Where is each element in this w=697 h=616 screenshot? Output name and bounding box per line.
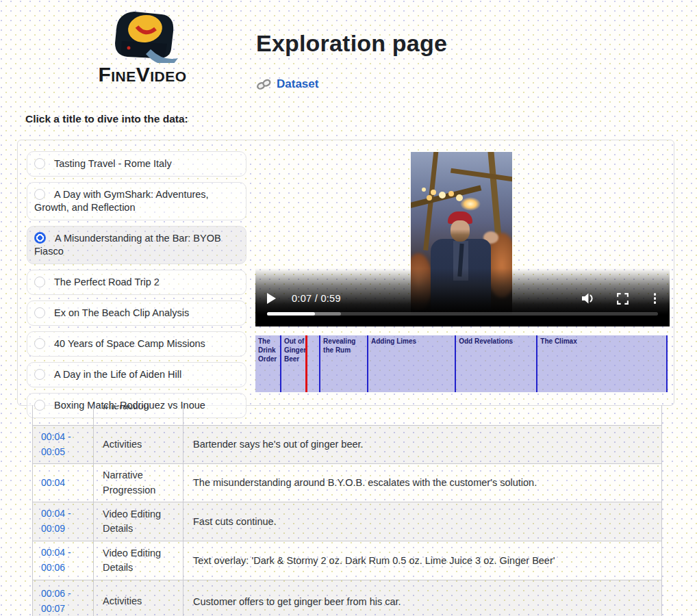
video-player[interactable]: 0:07 / 0:59 xyxy=(255,152,670,326)
description-cell: The misunderstanding around B.Y.O.B. esc… xyxy=(183,464,662,502)
video-title-label: A Day in the Life of Aiden Hill xyxy=(54,369,181,380)
timeline-segment[interactable]: The Drink Order xyxy=(255,335,281,392)
timestamp-link[interactable]: 00:04 xyxy=(33,464,94,502)
time-display: 0:07 / 0:59 xyxy=(292,293,341,304)
description-cell xyxy=(183,405,662,425)
timeline-segment-label: Odd Revelations xyxy=(456,335,536,346)
radio-icon[interactable] xyxy=(34,189,45,200)
link-chain-icon xyxy=(256,79,272,90)
list-prompt: Click a title to dive into the data: xyxy=(25,113,188,125)
radio-icon[interactable] xyxy=(34,369,45,380)
play-icon[interactable] xyxy=(267,293,276,304)
timeline-segment-label: Adding Limes xyxy=(368,335,455,346)
dataset-link[interactable]: Dataset xyxy=(277,77,318,91)
progress-bar[interactable] xyxy=(267,312,658,316)
logo-wordmark: FineVideo xyxy=(81,64,204,85)
table-row: 00:04 - 00:09 Video Editing Details Fast… xyxy=(33,502,662,541)
table-row: Interaction xyxy=(33,405,662,426)
timestamp-link[interactable]: 00:06 - 00:07 xyxy=(33,580,94,616)
video-title-label: The Perfect Road Trip 2 xyxy=(54,277,160,287)
timestamp-link[interactable] xyxy=(33,405,94,425)
table-row: 00:04 Narrative Progression The misunder… xyxy=(33,464,662,502)
table-row: 00:04 - 00:06 Video Editing Details Text… xyxy=(33,541,662,580)
radio-icon[interactable] xyxy=(34,158,45,169)
timeline-segment[interactable]: Revealing the Rum xyxy=(320,335,368,392)
timeline-segment[interactable]: Adding Limes xyxy=(368,335,456,392)
category-cell: Activities xyxy=(94,580,183,616)
window-beam-shape xyxy=(451,168,512,182)
string-lights-shape xyxy=(422,188,426,192)
description-cell: Fast cuts continue. xyxy=(183,502,662,541)
more-options-icon[interactable] xyxy=(650,293,660,304)
video-title-label: 40 Years of Space Camp Missions xyxy=(54,338,205,349)
title-block: Exploration page xyxy=(256,30,447,57)
timestamp-link[interactable]: 00:04 - 00:06 xyxy=(33,541,94,580)
description-cell: Bartender says he's out of ginger beer. xyxy=(183,426,662,463)
table-row: 00:04 - 00:05 Activities Bartender says … xyxy=(33,426,662,464)
category-cell: Video Editing Details xyxy=(94,502,183,541)
player-controls: 0:07 / 0:59 xyxy=(267,291,659,306)
timestamp-link[interactable]: 00:04 - 00:05 xyxy=(33,426,94,463)
video-title-label: A Misunderstanding at the Bar: BYOB Fias… xyxy=(34,233,221,257)
video-title-label: A Day with GymShark: Adventures, Growth,… xyxy=(34,189,209,213)
radio-icon[interactable] xyxy=(34,277,45,287)
finevideo-tv-icon xyxy=(101,7,183,63)
scene-timeline: The Drink Order Out of Ginger Beer Revea… xyxy=(255,335,668,392)
description-cell: Text overlay: 'Dark & Stormy 2 oz. Dark … xyxy=(183,541,662,580)
timeline-segment[interactable]: Out of Ginger Beer xyxy=(281,335,320,392)
timeline-segment[interactable]: Odd Revelations xyxy=(456,335,537,392)
video-title-option[interactable]: A Day with GymShark: Adventures, Growth,… xyxy=(27,182,246,220)
annotations-table: Interaction 00:04 - 00:05 Activities Bar… xyxy=(32,405,662,616)
table-row: 00:06 - 00:07 Activities Customer offers… xyxy=(33,580,662,616)
page-title: Exploration page xyxy=(256,30,447,57)
man-face-shape xyxy=(451,220,470,242)
annotations-table-body: Interaction 00:04 - 00:05 Activities Bar… xyxy=(33,405,662,616)
video-title-label: Tasting Travel - Rome Italy xyxy=(54,158,172,169)
description-cell: Customer offers to get ginger beer from … xyxy=(183,580,662,616)
timeline-segment-label: The Drink Order xyxy=(255,335,280,363)
video-title-option[interactable]: The Perfect Road Trip 2 xyxy=(27,270,246,295)
video-title-option[interactable]: Ex on The Beach Clip Analysis xyxy=(27,300,246,326)
video-title-option[interactable]: A Misunderstanding at the Bar: BYOB Fias… xyxy=(27,226,246,264)
video-title-option[interactable]: A Day in the Life of Aiden Hill xyxy=(27,362,246,387)
category-cell: Interaction xyxy=(94,405,183,425)
category-cell: Video Editing Details xyxy=(94,541,183,580)
radio-icon[interactable] xyxy=(34,307,45,318)
volume-icon[interactable] xyxy=(580,292,596,305)
lamp-glow-shape xyxy=(460,197,481,211)
timeline-segment[interactable]: The Climax xyxy=(537,335,668,392)
video-title-option[interactable]: Tasting Travel - Rome Italy xyxy=(27,151,246,177)
category-cell: Narrative Progression xyxy=(94,464,183,502)
playhead-marker[interactable] xyxy=(305,335,307,392)
video-title-list: Tasting Travel - Rome ItalyA Day with Gy… xyxy=(27,151,246,418)
video-title-label: Ex on The Beach Clip Analysis xyxy=(54,307,189,318)
timeline-segment-label: The Climax xyxy=(537,335,666,346)
video-title-option[interactable]: 40 Years of Space Camp Missions xyxy=(27,331,246,357)
finevideo-logo: FineVideo xyxy=(81,7,204,85)
dataset-link-row: Dataset xyxy=(256,77,318,91)
played-bar xyxy=(267,312,315,316)
timestamp-link[interactable]: 00:04 - 00:09 xyxy=(33,502,94,541)
timeline-segment-label: Out of Ginger Beer xyxy=(281,335,319,363)
category-cell: Activities xyxy=(94,426,183,463)
radio-icon[interactable] xyxy=(34,232,46,244)
radio-icon[interactable] xyxy=(34,338,45,349)
fullscreen-icon[interactable] xyxy=(617,293,629,305)
finevideo-exploration-page: FineVideo Exploration page Dataset Click… xyxy=(0,0,697,616)
timeline-segment-label: Revealing the Rum xyxy=(320,335,367,355)
